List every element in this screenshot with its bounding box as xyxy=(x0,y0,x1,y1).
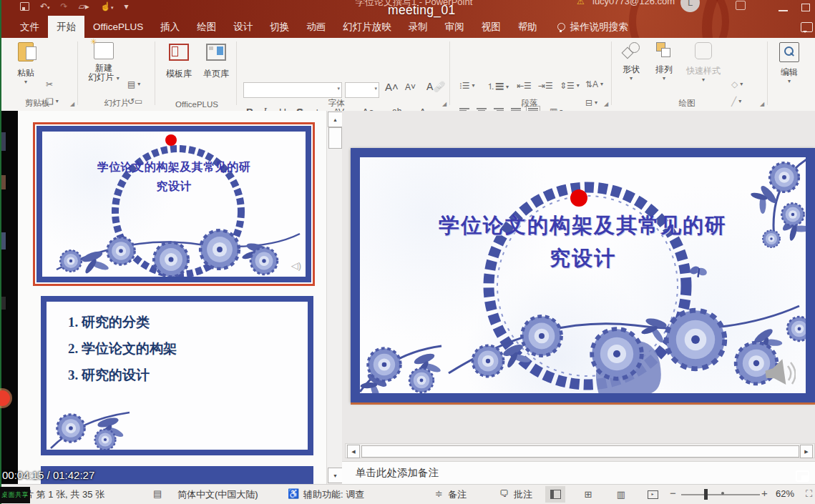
scroll-down-button[interactable]: ▼ xyxy=(328,468,343,483)
powerpoint-window: ↶▾ ↷ ▱▸ ☝▾ ▾ 学位论文撰写1 - PowerPoint ⚠ lucy… xyxy=(0,0,815,504)
clear-formatting-button[interactable]: A🩹 xyxy=(426,81,446,92)
notes-placeholder[interactable]: 单击此处添加备注 xyxy=(356,466,439,480)
tab-insert[interactable]: 插入 xyxy=(152,16,188,38)
font-name-combo[interactable] xyxy=(243,82,342,98)
flowers-illustration xyxy=(420,286,806,393)
reading-view-button[interactable]: ▥ xyxy=(611,486,631,503)
slide-title-line1[interactable]: 学位论文的构架及其常见的研 xyxy=(360,212,806,240)
quick-styles-button[interactable]: 快速样式 ▾ xyxy=(681,42,726,83)
touch-mode-icon[interactable]: ☝▾ xyxy=(100,1,114,11)
scroll-right-button[interactable]: ▶ xyxy=(800,445,813,458)
font-dialog-launcher[interactable]: ◢ xyxy=(441,101,448,108)
customize-qat-icon[interactable]: ▾ xyxy=(124,1,128,11)
zoom-in-button[interactable]: + xyxy=(761,487,768,499)
tab-file[interactable]: 文件 xyxy=(11,16,48,38)
zoom-out-button[interactable]: − xyxy=(670,487,676,499)
save-icon[interactable] xyxy=(20,2,29,11)
shape-fill-button[interactable]: ◇▾ xyxy=(731,79,743,89)
template-library-button[interactable]: 模板库 xyxy=(162,44,196,80)
shape-outline-button[interactable]: ╱▾ xyxy=(731,97,741,107)
thumbnail-1-title-line2: 究设计 xyxy=(42,179,306,194)
flowers-illustration xyxy=(44,398,151,453)
paste-button[interactable]: 粘贴 ▾ xyxy=(11,42,40,85)
tab-officeplus[interactable]: OfficePLUS xyxy=(84,16,152,38)
chevron-down-icon: ▾ xyxy=(617,76,645,81)
cut-button[interactable]: ✂ xyxy=(46,79,53,89)
tab-view[interactable]: 视图 xyxy=(473,16,509,38)
popout-icon[interactable] xyxy=(796,470,809,482)
red-dot xyxy=(570,189,587,207)
single-page-library-button[interactable]: 单页库 xyxy=(199,44,233,80)
zoom-slider-track[interactable] xyxy=(681,494,760,495)
slideshow-view-button[interactable]: ▸ xyxy=(643,486,663,503)
shapes-label: 形状 xyxy=(617,64,645,76)
display-settings-icon[interactable]: ▤ xyxy=(153,488,162,499)
slide-thumbnail-1[interactable]: 学位论文的构架及其常见的研 究设计 ◁) xyxy=(33,122,315,286)
tell-me-search[interactable]: 操作说明搜索 xyxy=(557,16,628,38)
editing-button[interactable]: 编辑 ▾ xyxy=(773,42,806,84)
speaker-icon[interactable] xyxy=(764,359,796,387)
tab-design[interactable]: 设计 xyxy=(225,16,261,38)
tab-help[interactable]: 帮助 xyxy=(509,16,546,38)
notes-toggle[interactable]: 备注 xyxy=(448,488,467,501)
font-size-combo[interactable] xyxy=(345,82,379,98)
shapes-button[interactable]: 形状 ▾ xyxy=(617,42,645,81)
decrease-indent-button[interactable]: ⇤☰ xyxy=(517,81,532,91)
account-email[interactable]: lucy0773@126.com xyxy=(592,0,675,6)
slide-sorter-view-button[interactable]: ⊞ xyxy=(578,486,598,503)
current-slide[interactable]: 学位论文的构架及其常见的研 究设计 xyxy=(351,148,815,402)
increase-indent-button[interactable]: ⇥☰ xyxy=(538,81,553,91)
tab-record[interactable]: 录制 xyxy=(400,16,436,38)
hscrollbar-thumb[interactable] xyxy=(361,445,799,458)
clipboard-dialog-launcher[interactable]: ◢ xyxy=(69,101,76,108)
language-indicator[interactable]: 简体中文(中国大陆) xyxy=(177,488,258,501)
minimize-button[interactable] xyxy=(779,10,788,11)
thumbnail-1-title-line1: 学位论文的构架及其常见的研 xyxy=(42,160,306,175)
zoom-level[interactable]: 62% xyxy=(776,488,794,499)
numbering-button[interactable]: ⒈☰▾ xyxy=(487,81,509,93)
bullets-button[interactable]: ⁝☰▾ xyxy=(459,81,475,91)
zoom-slider-thumb[interactable] xyxy=(704,489,708,500)
arrange-button[interactable]: 排列 ▾ xyxy=(650,42,678,81)
comments-toggle[interactable]: 批注 xyxy=(514,488,532,501)
slide-layout-button[interactable]: ▤▾ xyxy=(127,79,140,89)
line-spacing-button[interactable]: ⇕☰▾ xyxy=(560,81,580,91)
notes-pane[interactable]: 单击此处添加备注 xyxy=(342,461,815,485)
tab-transitions[interactable]: 切换 xyxy=(261,16,298,38)
scroll-left-button[interactable]: ◀ xyxy=(347,445,360,458)
chevron-down-icon: ▾ xyxy=(681,77,726,83)
tab-slideshow[interactable]: 幻灯片放映 xyxy=(334,16,400,38)
redo-icon[interactable]: ↷ xyxy=(61,1,68,11)
slideshow-view-icon: ▸ xyxy=(648,490,658,499)
accessibility-status[interactable]: 辅助功能: 调查 xyxy=(303,488,364,501)
start-slideshow-icon[interactable]: ▱▸ xyxy=(79,1,89,11)
tab-home[interactable]: 开始 xyxy=(48,16,84,38)
thumbnail-scrollbar[interactable]: ▲ ▼ xyxy=(326,111,343,484)
slide-thumbnail-2[interactable]: 1. 研究的分类 2. 学位论文的构架 3. 研究的设计 xyxy=(41,296,313,455)
drawing-dialog-launcher[interactable]: ◢ xyxy=(758,101,766,108)
text-direction-button[interactable]: ⇅A▾ xyxy=(585,79,603,89)
restore-button[interactable] xyxy=(801,4,810,11)
normal-view-button[interactable] xyxy=(545,486,565,503)
template-library-icon xyxy=(169,44,189,61)
decrease-font-size-button[interactable]: A˅ xyxy=(405,82,416,92)
paragraph-dialog-launcher[interactable]: ◢ xyxy=(602,101,610,108)
slide-title-line2[interactable]: 究设计 xyxy=(360,244,806,273)
fit-to-window-icon[interactable]: ⛶ xyxy=(806,488,812,500)
new-slide-button[interactable]: 新建 幻灯片 ▾ xyxy=(87,42,120,82)
align-text-button[interactable]: ⊟▾ xyxy=(585,98,597,108)
ribbon-tabs: 文件 开始 OfficePLUS 插入 绘图 设计 切换 动画 幻灯片放映 录制… xyxy=(11,16,628,38)
horizontal-scrollbar[interactable]: ◀ ▶ xyxy=(345,443,815,458)
tab-animations[interactable]: 动画 xyxy=(298,16,334,38)
video-timestamp: 00:04:15 / 01:42:27 xyxy=(2,469,94,481)
officeplus-group-label: OfficePLUS xyxy=(159,100,235,109)
scrollbar-thumb[interactable] xyxy=(328,127,342,149)
undo-icon[interactable]: ↶▾ xyxy=(40,1,50,11)
scroll-up-button[interactable]: ▲ xyxy=(328,112,343,127)
tab-draw[interactable]: 绘图 xyxy=(188,16,225,38)
ribbon-display-options-icon[interactable] xyxy=(736,1,746,10)
increase-font-size-button[interactable]: A˄ xyxy=(385,81,399,93)
thumbnail-2-item: 1. 研究的分类 xyxy=(68,309,177,335)
tab-review[interactable]: 审阅 xyxy=(436,16,473,38)
comments-icon[interactable] xyxy=(801,22,813,32)
